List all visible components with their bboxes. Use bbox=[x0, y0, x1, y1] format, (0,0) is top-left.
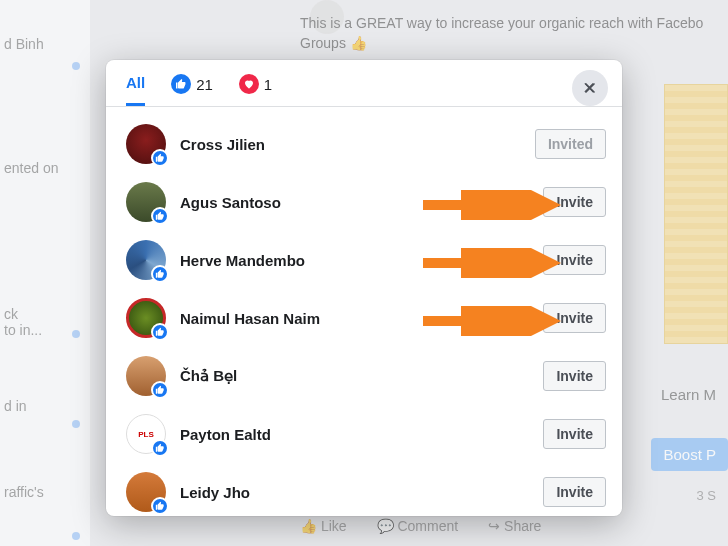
avatar[interactable] bbox=[126, 124, 166, 164]
close-icon bbox=[582, 80, 598, 96]
avatar[interactable] bbox=[126, 356, 166, 396]
person-row: PLSPayton EaltdInvite bbox=[126, 405, 606, 463]
reactions-modal: All 21 1 bbox=[106, 60, 622, 516]
person-row: Agus SantosoInvite bbox=[126, 173, 606, 231]
like-badge-icon bbox=[151, 381, 169, 399]
like-icon bbox=[171, 74, 191, 94]
person-row: Cross JilienInvited bbox=[126, 115, 606, 173]
avatar[interactable] bbox=[126, 298, 166, 338]
tab-love[interactable]: 1 bbox=[239, 74, 272, 106]
like-badge-icon bbox=[151, 323, 169, 341]
love-icon bbox=[239, 74, 259, 94]
person-row: Čhả BẹlInvite bbox=[126, 347, 606, 405]
person-name[interactable]: Herve Mandembo bbox=[180, 252, 543, 269]
person-name[interactable]: Naimul Hasan Naim bbox=[180, 310, 543, 327]
person-row: Naimul Hasan NaimInvite bbox=[126, 289, 606, 347]
like-badge-icon bbox=[151, 439, 169, 457]
avatar[interactable] bbox=[126, 472, 166, 512]
person-row: Leidy JhoInvite bbox=[126, 463, 606, 516]
people-list: Cross JilienInvitedAgus SantosoInviteHer… bbox=[106, 107, 622, 516]
like-badge-icon bbox=[151, 207, 169, 225]
invite-button[interactable]: Invite bbox=[543, 187, 606, 217]
invite-button[interactable]: Invite bbox=[543, 477, 606, 507]
invited-button: Invited bbox=[535, 129, 606, 159]
like-badge-icon bbox=[151, 265, 169, 283]
person-name[interactable]: Payton Ealtd bbox=[180, 426, 543, 443]
modal-header: All 21 1 bbox=[106, 60, 622, 106]
person-name[interactable]: Leidy Jho bbox=[180, 484, 543, 501]
avatar[interactable]: PLS bbox=[126, 414, 166, 454]
invite-button[interactable]: Invite bbox=[543, 303, 606, 333]
person-name[interactable]: Agus Santoso bbox=[180, 194, 543, 211]
like-badge-icon bbox=[151, 149, 169, 167]
avatar[interactable] bbox=[126, 182, 166, 222]
person-name[interactable]: Čhả Bẹl bbox=[180, 367, 543, 385]
like-badge-icon bbox=[151, 497, 169, 515]
avatar[interactable] bbox=[126, 240, 166, 280]
invite-button[interactable]: Invite bbox=[543, 245, 606, 275]
invite-button[interactable]: Invite bbox=[543, 419, 606, 449]
tab-all[interactable]: All bbox=[126, 74, 145, 106]
tab-like[interactable]: 21 bbox=[171, 74, 213, 106]
invite-button[interactable]: Invite bbox=[543, 361, 606, 391]
person-name[interactable]: Cross Jilien bbox=[180, 136, 535, 153]
person-row: Herve MandemboInvite bbox=[126, 231, 606, 289]
close-button[interactable] bbox=[572, 70, 608, 106]
